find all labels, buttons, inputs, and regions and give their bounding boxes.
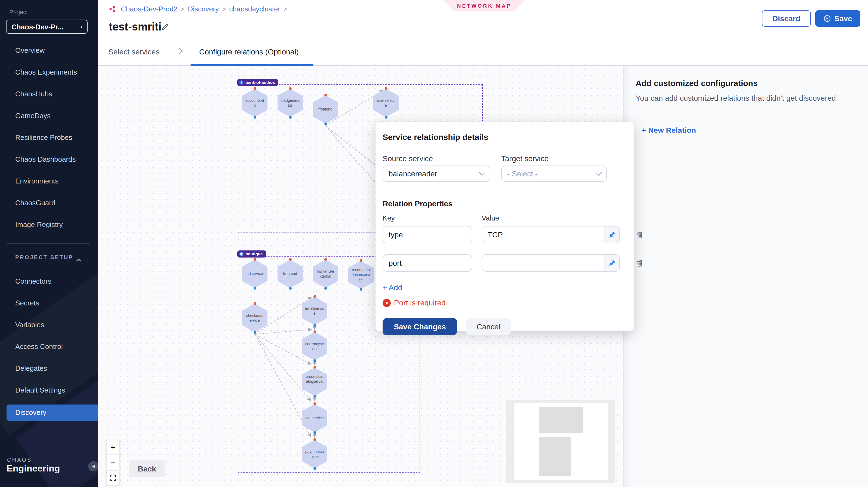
- property-value-input[interactable]: [482, 255, 604, 271]
- service-node-label: recommendationservice: [351, 267, 370, 283]
- sidebar-item-gamedays[interactable]: GameDays: [0, 108, 98, 124]
- zoom-out-button[interactable]: −: [106, 455, 120, 469]
- property-key-input[interactable]: [382, 254, 472, 272]
- cluster-badge-label: bank-of-anthos: [245, 80, 275, 85]
- kubernetes-icon: [239, 251, 244, 256]
- sidebar-collapse-button[interactable]: ◀: [88, 461, 98, 471]
- error-icon: ×: [382, 299, 391, 307]
- fullscreen-button[interactable]: [106, 470, 120, 485]
- breadcrumb: Chaos-Dev-Prod2>Discovery>chaosdaycluste…: [109, 5, 290, 13]
- source-service-value: balancereader: [389, 169, 437, 178]
- breadcrumb-link[interactable]: chaosdaycluster: [229, 5, 280, 13]
- chevron-up-icon[interactable]: [75, 255, 82, 265]
- engineering-logo-text: Engineering: [6, 463, 60, 474]
- service-node-label: frontend-external: [317, 269, 334, 279]
- new-relation-button[interactable]: + New Relation: [642, 126, 696, 134]
- tab-select-services[interactable]: Select services: [108, 48, 159, 56]
- property-key-input[interactable]: [382, 226, 472, 243]
- chaos-logo-text: CHAOS: [7, 457, 32, 463]
- property-value-group: [482, 254, 620, 272]
- cluster-badge-label: boutique: [245, 251, 262, 256]
- sidebar-item-image-registry[interactable]: Image Registry: [0, 217, 98, 233]
- sidebar-item-default-settings[interactable]: Default Settings: [0, 383, 98, 398]
- zoom-controls: + −: [106, 440, 120, 485]
- value-column-label: Value: [482, 214, 499, 222]
- breadcrumb-separator: >: [181, 5, 185, 13]
- minimap-cluster-rect: [539, 407, 583, 433]
- add-property-link[interactable]: + Add: [382, 283, 402, 292]
- property-value-group: [482, 226, 620, 243]
- save-button[interactable]: Save: [815, 10, 860, 27]
- pin-icon[interactable]: [604, 255, 619, 271]
- edit-title-icon[interactable]: [161, 23, 169, 33]
- save-button-label: Save: [834, 14, 852, 23]
- error-message: × Port is required: [382, 298, 627, 307]
- active-tab-underline: [190, 64, 313, 66]
- project-setup-section-label: PROJECT SETUP: [15, 254, 73, 260]
- delete-row-icon[interactable]: [635, 258, 644, 270]
- project-label: Project: [9, 9, 28, 15]
- sidebar-item-environments[interactable]: Environments: [0, 174, 98, 189]
- zoom-in-button[interactable]: +: [106, 440, 120, 455]
- pin-icon[interactable]: [604, 226, 619, 243]
- minimap-cluster-rect: [539, 437, 571, 476]
- minimap-viewport: [514, 403, 608, 480]
- chevron-down-icon: [596, 170, 602, 176]
- cluster-badge-boutique[interactable]: boutique: [237, 250, 266, 257]
- discard-button[interactable]: Discard: [762, 10, 811, 27]
- breadcrumb-link[interactable]: Chaos-Dev-Prod2: [121, 5, 178, 13]
- sidebar-item-secrets[interactable]: Secrets: [0, 296, 98, 311]
- sidebar-item-resilience-probes[interactable]: Resilience Probes: [0, 130, 98, 145]
- minimap[interactable]: [506, 400, 615, 483]
- sidebar-item-access-control[interactable]: Access Control: [0, 339, 98, 355]
- source-service-select[interactable]: balancereader: [382, 165, 490, 182]
- sidebar-item-chaos-experiments[interactable]: Chaos Experiments: [0, 65, 98, 80]
- cancel-button[interactable]: Cancel: [466, 318, 511, 335]
- error-text: Port is required: [394, 298, 446, 307]
- breadcrumb-separator: >: [283, 5, 287, 13]
- property-value-input[interactable]: [482, 226, 604, 243]
- source-service-label: Source service: [382, 154, 501, 163]
- service-node-label: accounts-db: [245, 98, 264, 108]
- app-root: Add customized configurations You can ad…: [0, 0, 868, 487]
- sidebar-item-chaoshubs[interactable]: ChaosHubs: [0, 87, 98, 102]
- sidebar-item-chaos-dashboards[interactable]: Chaos Dashboards: [0, 152, 98, 167]
- property-row: [382, 254, 627, 272]
- sidebar-item-delegates[interactable]: Delegates: [0, 361, 98, 376]
- service-node-label: productcatalogservice: [306, 374, 323, 390]
- play-circle-icon: [824, 15, 831, 22]
- target-service-placeholder: - Select -: [507, 169, 538, 178]
- network-map-badge: NETWORK MAP: [443, 0, 525, 11]
- sidebar-item-overview[interactable]: Overview: [0, 43, 98, 58]
- sidebar-item-discovery[interactable]: Discovery: [6, 404, 98, 421]
- sidebar-item-chaosguard[interactable]: ChaosGuard: [0, 195, 98, 211]
- sidebar-item-connectors[interactable]: Connectors: [0, 274, 98, 289]
- chevron-right-icon: ›: [80, 23, 82, 30]
- project-selector[interactable]: Chaos-Dev-Pr... ›: [6, 20, 88, 34]
- cluster-badge-bank-of-anthos[interactable]: bank-of-anthos: [237, 79, 278, 86]
- tab-chevron-icon: [178, 47, 183, 55]
- breadcrumb-link[interactable]: Discovery: [188, 5, 219, 13]
- back-button[interactable]: Back: [129, 460, 165, 477]
- kubernetes-icon: [239, 80, 244, 85]
- modal-title: Service relationship details: [382, 132, 627, 142]
- target-service-label: Target service: [501, 154, 549, 163]
- right-panel: Add customized configurations You can ad…: [623, 66, 868, 487]
- property-row: [382, 226, 627, 243]
- target-service-select[interactable]: - Select -: [501, 165, 607, 182]
- chaos-pinwheel-icon: [109, 5, 117, 13]
- project-selector-value: Chaos-Dev-Pr...: [11, 23, 64, 31]
- service-node-label: frontend: [283, 271, 297, 277]
- service-relationship-modal: Service relationship details Source serv…: [375, 122, 634, 331]
- tab-configure-relations[interactable]: Configure relations (Optional): [199, 48, 299, 56]
- delete-row-icon[interactable]: [635, 230, 644, 241]
- right-panel-subtitle: You can add customized relations that di…: [636, 94, 836, 102]
- sidebar: Project Chaos-Dev-Pr... › OverviewChaos …: [0, 0, 98, 487]
- fullscreen-icon: [110, 475, 116, 481]
- right-panel-title: Add customized configurations: [636, 79, 757, 88]
- service-node-label: userservice: [377, 98, 395, 108]
- sidebar-item-variables[interactable]: Variables: [0, 317, 98, 333]
- service-node-label: frontend: [318, 107, 332, 112]
- save-changes-button[interactable]: Save Changes: [382, 318, 457, 335]
- service-node-label: currencyservice: [305, 341, 324, 352]
